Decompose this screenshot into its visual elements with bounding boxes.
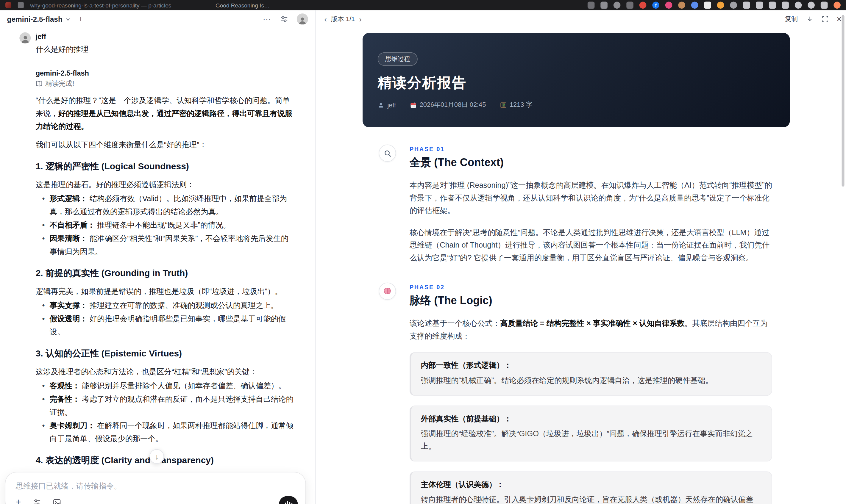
user-avatar[interactable] <box>297 13 308 25</box>
scroll-to-bottom-button[interactable]: ↓ <box>149 449 164 464</box>
bullet-item: 形式逻辑： 结构必须有效（Valid）。比如演绎推理中，如果前提全部为真，那么通… <box>42 192 295 218</box>
phase-01-section: PHASE 01 全景 (The Context) 本内容是对“推理 (Reas… <box>363 145 790 264</box>
app-icon[interactable] <box>5 2 11 8</box>
notes-app-icon[interactable] <box>704 1 711 8</box>
meta-date-text: 2026年01月08日 02:45 <box>420 100 486 109</box>
section-heading-3: 3. 认知的公正性 (Epistemic Virtues) <box>36 348 295 360</box>
extension-icon[interactable] <box>626 1 633 8</box>
composer-image-button[interactable] <box>53 498 61 504</box>
menubar: why-good-reasoning-is-a-test-of-personal… <box>0 0 846 10</box>
bullet-text: 推理建立在可靠的数据、准确的观测或公认的真理之上。 <box>88 301 278 309</box>
bullet-list-1: 形式逻辑： 结构必须有效（Valid）。比如演绎推理中，如果前提全部为真，那么通… <box>36 192 295 258</box>
section-lead-2: 逻辑再完美，如果前提是错误的，推理也是垃圾（即“垃圾进，垃圾出”）。 <box>36 285 295 298</box>
bullet-text: 考虑了对立的观点和潜在的反证，而不是只选择支持自己结论的证据。 <box>50 395 294 416</box>
blue-app-icon[interactable] <box>691 1 698 8</box>
dimension-card-3: 主体伦理（认识美德）： 转向推理者的心理特征。引入奥卡姆剃刀和反向论证，旨在克服… <box>410 471 772 504</box>
bullet-list-2: 事实支撑： 推理建立在可靠的数据、准确的观测或公认的真理之上。 假设透明： 好的… <box>36 299 295 338</box>
chat-panel: gemini-2.5-flash + ⋯ j <box>0 10 316 504</box>
bullet-item: 事实支撑： 推理建立在可靠的数据、准确的观测或公认的真理之上。 <box>42 299 295 312</box>
siri-icon[interactable] <box>833 1 841 8</box>
download-button[interactable] <box>806 16 813 23</box>
meta-word-count: 1213 字 <box>500 100 532 109</box>
share-icon[interactable] <box>600 1 607 8</box>
phase-02-label: PHASE 02 <box>410 283 775 290</box>
more-button[interactable]: ⋯ <box>263 14 271 24</box>
meta-word-count-text: 1213 字 <box>510 100 532 109</box>
calendar-icon <box>410 102 417 108</box>
wifi-icon[interactable] <box>795 1 802 8</box>
dimension-card-title: 主体伦理（认识美德）： <box>421 480 762 489</box>
bullet-item: 不自相矛盾： 推理链条中不能出现“既是又非”的情况。 <box>42 218 295 232</box>
section-heading-2: 2. 前提的真实性 (Grounding in Truth) <box>36 268 295 280</box>
prev-version-button[interactable]: ‹ <box>322 15 329 23</box>
report-meta: jeff 2026年01月08日 02:45 1213 字 <box>378 100 775 109</box>
bullet-item: 完备性： 考虑了对立的观点和潜在的反证，而不是只选择支持自己结论的证据。 <box>42 393 295 419</box>
pink-app-icon[interactable] <box>665 1 672 8</box>
assistant-name: gemini-2.5-flash <box>36 69 295 77</box>
chevron-down-icon <box>65 16 71 22</box>
next-version-button[interactable]: › <box>357 15 364 23</box>
phase-01-label: PHASE 01 <box>410 145 775 152</box>
bullet-item: 客观性： 能够识别并尽量排除个人偏见（如幸存者偏差、确认偏差）。 <box>42 379 295 392</box>
attach-button[interactable]: + <box>16 498 21 504</box>
bullet-item: 奥卡姆剃刀： 在解释同一个现象时，如果两种推理都能站得住脚，通常倾向于最简单、假… <box>42 419 295 445</box>
display-icon[interactable] <box>743 1 750 8</box>
abacus-icon <box>500 102 506 108</box>
battery-icon[interactable] <box>782 1 789 8</box>
clock-icon[interactable] <box>614 1 621 8</box>
search-icon[interactable] <box>808 1 815 8</box>
composer-tune-button[interactable] <box>33 498 41 504</box>
scrollbar-thumb[interactable] <box>842 15 845 186</box>
chat-scroll-area[interactable]: jeff 什么是好的推理 gemini-2.5-flash 精读完成! “什么是… <box>0 28 315 504</box>
report-document[interactable]: 思维过程 精读分析报告 jeff 2026年01月08日 02:45 <box>316 28 846 504</box>
person-icon <box>298 16 307 25</box>
phase-02-title: 脉络 (The Logic) <box>410 293 775 308</box>
user-message-avatar <box>19 32 31 44</box>
voice-input-button[interactable] <box>279 496 298 504</box>
dimension-card-2: 外部真实性（前提基础）： 强调推理的“经验校准”。解决“GIGO（垃圾进，垃圾出… <box>410 405 772 462</box>
record-dot-icon[interactable] <box>639 1 647 8</box>
orange-app-icon[interactable] <box>717 1 724 8</box>
meta-author-text: jeff <box>387 101 396 109</box>
composer: 思维接口已就绪，请传输指令。 + <box>5 472 306 504</box>
settings-sliders-button[interactable] <box>280 15 288 23</box>
toggles-icon[interactable] <box>756 1 763 8</box>
copy-button[interactable]: 复制 <box>785 15 798 24</box>
status-icons: f <box>588 1 841 8</box>
section-heading-1: 1. 逻辑的严密性 (Logical Soundness) <box>36 161 295 173</box>
facebook-icon[interactable]: f <box>652 1 659 8</box>
control-center-icon[interactable] <box>821 1 828 8</box>
grid-icon[interactable] <box>18 2 24 8</box>
section-lead-1: 这是推理的基石。好的推理必须遵循逻辑法则： <box>36 178 295 191</box>
phase-02-section: PHASE 02 脉络 (The Logic) 该论述基于一个核心公式：高质量结… <box>363 283 790 504</box>
report-badge: 思维过程 <box>378 52 418 66</box>
composer-input[interactable]: 思维接口已就绪，请传输指令。 <box>5 472 305 491</box>
person-icon <box>378 102 384 108</box>
gear-icon[interactable] <box>730 1 737 8</box>
preview-header: ‹ 版本 1/1 › 复制 × <box>316 10 846 28</box>
bullet-term: 客观性： <box>50 381 80 390</box>
phase-01-icon-circle <box>378 145 396 162</box>
waveform-icon <box>285 503 286 504</box>
monkey-app-icon[interactable] <box>678 1 685 8</box>
bullet-text: 能够识别并尽量排除个人偏见（如幸存者偏差、确认偏差）。 <box>80 381 286 390</box>
version-label: 版本 1/1 <box>331 15 355 24</box>
keyboard-icon[interactable] <box>769 1 776 8</box>
phase-02-lead: 该论述基于一个核心公式：高质量结论 = 结构完整性 × 事实准确性 × 认知自律… <box>410 317 775 342</box>
model-selector[interactable]: gemini-2.5-flash <box>7 15 71 23</box>
paragraph-bold-text: 好的推理是从已知信息出发，通过严密的逻辑路径，得出可靠且有说服力结论的过程。 <box>36 109 293 131</box>
new-chat-button[interactable]: + <box>78 15 83 23</box>
close-button[interactable]: × <box>837 15 842 23</box>
person-icon <box>20 34 30 44</box>
assistant-paragraph: 我们可以从以下四个维度来衡量什么是“好的推理”： <box>36 138 295 151</box>
bookmark-icon[interactable] <box>588 1 595 8</box>
bullet-term: 假设透明： <box>50 314 88 323</box>
phase-01-paragraph-1: 本内容是对“推理 (Reasoning)”这一抽象概念的高层建模。在知识爆炸与人… <box>410 179 775 217</box>
bullet-term: 事实支撑： <box>50 301 88 309</box>
user-message: jeff 什么是好的推理 <box>19 32 295 55</box>
fullscreen-button[interactable] <box>822 16 829 23</box>
dimension-card-title: 外部真实性（前提基础）： <box>421 414 762 424</box>
phase-02-icon-circle <box>378 283 396 300</box>
assistant-paragraph: “什么是好的推理？”这是一个涉及逻辑学、认知科学和哲学核心的问题。简单来说，好的… <box>36 94 295 133</box>
bullet-item: 假设透明： 好的推理会明确指明哪些是已知事实，哪些是基于可能的假设。 <box>42 312 295 338</box>
